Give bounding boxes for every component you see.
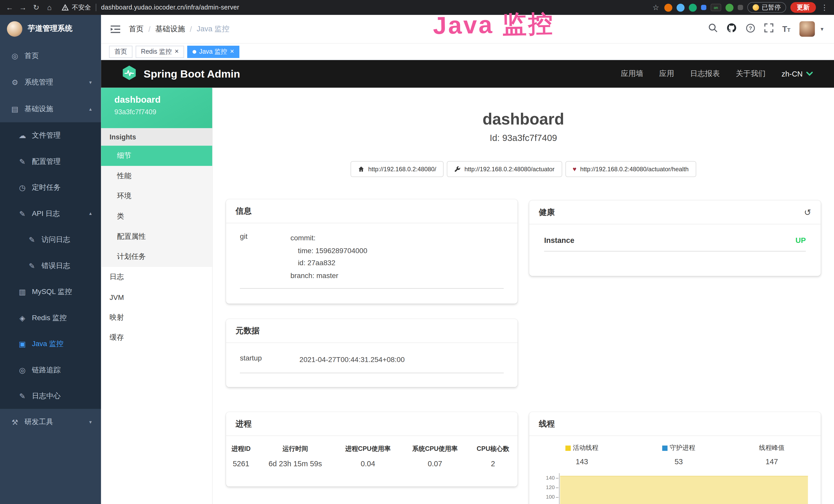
chevron-down-icon: ▼ bbox=[88, 420, 92, 425]
chevron-down-icon: ▼ bbox=[88, 80, 92, 85]
sidebar-item-label: 系统管理 bbox=[24, 77, 53, 87]
warning-icon bbox=[62, 4, 69, 11]
breadcrumb-infra[interactable]: 基础设施 bbox=[155, 24, 185, 33]
sba-content: dashboard Id: 93a3fc7f7409 http://192.16… bbox=[213, 88, 834, 504]
sidebar-item-files[interactable]: ☁ 文件管理 bbox=[0, 122, 101, 148]
history-icon[interactable]: ↺ bbox=[804, 207, 811, 217]
sidebar-item-error-log[interactable]: ✎ 错误日志 bbox=[0, 253, 101, 279]
chrome-menu-icon[interactable]: ⋮ bbox=[820, 3, 829, 12]
extension-icon-leaf[interactable] bbox=[726, 3, 733, 11]
divider bbox=[96, 4, 96, 11]
help-icon[interactable]: ? bbox=[746, 23, 755, 35]
sidebar-item-api-log[interactable]: ✎ API 日志 ▲ bbox=[0, 201, 101, 226]
app-logo[interactable]: 芋道管理系统 bbox=[0, 15, 101, 43]
sidebar-item-java-monitor[interactable]: ▣ Java 监控 bbox=[0, 331, 101, 357]
avatar-caret-icon[interactable]: ▼ bbox=[820, 26, 824, 32]
extension-icon-green-v[interactable] bbox=[689, 3, 697, 11]
sidebar-item-devtools[interactable]: ⚒ 研发工具 ▼ bbox=[0, 409, 101, 435]
legend-label: 活动线程 bbox=[573, 443, 598, 452]
sidebar-item-log-center[interactable]: ✎ 日志中心 bbox=[0, 383, 101, 409]
bookmark-star-icon[interactable]: ☆ bbox=[652, 3, 660, 12]
sba-nav-journal[interactable]: 日志报表 bbox=[690, 69, 720, 78]
health-instance-label: Instance bbox=[544, 236, 574, 245]
y-tick-140: 140 bbox=[538, 475, 555, 481]
close-icon[interactable]: ✕ bbox=[174, 49, 179, 54]
breadcrumb-home[interactable]: 首页 bbox=[129, 24, 144, 33]
sba-item-details[interactable]: 细节 bbox=[101, 145, 212, 166]
paused-badge[interactable]: 已暂停 bbox=[747, 2, 786, 13]
breadcrumb-current: Java 监控 bbox=[197, 24, 229, 33]
user-avatar[interactable] bbox=[799, 21, 815, 37]
sba-nav-applications[interactable]: 应用 bbox=[659, 69, 674, 78]
val-process-cpu: 0.04 bbox=[334, 456, 401, 472]
sidebar-item-label: API 日志 bbox=[32, 209, 60, 218]
sidebar-item-home[interactable]: ◎ 首页 bbox=[0, 43, 101, 69]
address-bar[interactable]: dashboard.yudao.iocoder.cn/infra/admin-s… bbox=[101, 4, 239, 11]
trace-icon: ◎ bbox=[18, 366, 26, 374]
sidebar-item-infra[interactable]: ▤ 基础设施 ▲ bbox=[0, 96, 101, 122]
sidebar-item-jobs[interactable]: ◷ 定时任务 bbox=[0, 174, 101, 200]
font-size-icon[interactable]: TT bbox=[782, 24, 791, 33]
security-chip[interactable]: 不安全 bbox=[62, 3, 91, 12]
sba-item-metrics[interactable]: 性能 bbox=[101, 166, 212, 186]
extension-icon-droplet[interactable] bbox=[677, 3, 684, 11]
forward-icon[interactable]: → bbox=[19, 3, 27, 12]
sba-item-mappings[interactable]: 映射 bbox=[101, 307, 212, 328]
legend-swatch-blue bbox=[662, 445, 667, 451]
extension-icon-grid[interactable] bbox=[701, 5, 706, 10]
sidebar-item-system[interactable]: ⚙ 系统管理 ▼ bbox=[0, 69, 101, 96]
sba-item-environment[interactable]: 环境 bbox=[101, 186, 212, 206]
sba-app-header[interactable]: dashboard 93a3fc7f7409 bbox=[101, 88, 212, 128]
legend-label: 线程峰值 bbox=[759, 443, 785, 452]
sidebar-item-access-log[interactable]: ✎ 访问日志 bbox=[0, 226, 101, 252]
tab-redis-monitor[interactable]: Redis 监控 ✕ bbox=[136, 45, 184, 58]
sidebar-item-redis[interactable]: ◈ Redis 监控 bbox=[0, 305, 101, 331]
extension-icon-orange[interactable] bbox=[664, 3, 672, 11]
metadata-value: 2021-04-27T00:44:31.254+08:00 bbox=[300, 353, 405, 366]
extension-icon-puzzle[interactable] bbox=[738, 5, 743, 10]
y-tick-100: 100 bbox=[538, 494, 555, 500]
sidebar-item-label: 链路追踪 bbox=[32, 365, 61, 374]
sidebar-item-label: Redis 监控 bbox=[32, 313, 67, 322]
sidebar-item-tracing[interactable]: ◎ 链路追踪 bbox=[0, 357, 101, 383]
legend-live-threads: 活动线程 143 bbox=[565, 443, 598, 466]
val-pid: 5261 bbox=[226, 456, 256, 472]
sba-nav-wallboard[interactable]: 应用墙 bbox=[621, 69, 643, 78]
card-title: 元数据 bbox=[236, 325, 259, 336]
security-label: 不安全 bbox=[72, 3, 91, 12]
reload-icon[interactable]: ↻ bbox=[32, 3, 40, 12]
sba-item-logs[interactable]: 日志 bbox=[101, 267, 212, 287]
metadata-card: 元数据 startup 2021-04-27T00:44:31.254+08:0… bbox=[226, 319, 518, 387]
service-url-button[interactable]: http://192.168.0.2:48080/ bbox=[351, 161, 444, 177]
sidebar-item-label: 配置管理 bbox=[32, 157, 61, 166]
close-icon[interactable]: ✕ bbox=[230, 49, 234, 54]
paused-label: 已暂停 bbox=[762, 3, 781, 12]
fullscreen-icon[interactable] bbox=[764, 23, 773, 35]
card-title: 线程 bbox=[539, 419, 555, 429]
health-url-button[interactable]: ♥ http://192.168.0.2:48080/actuator/heal… bbox=[565, 161, 696, 177]
sba-item-jvm[interactable]: JVM bbox=[101, 287, 212, 307]
actuator-url-button[interactable]: http://192.168.0.2:48080/actuator bbox=[447, 161, 562, 177]
sba-item-classes[interactable]: 类 bbox=[101, 206, 212, 226]
sidebar-item-config[interactable]: ✎ 配置管理 bbox=[0, 148, 101, 174]
update-button[interactable]: 更新 bbox=[790, 2, 816, 13]
locale-select[interactable]: zh-CN bbox=[782, 70, 813, 78]
home-icon[interactable]: ⌂ bbox=[45, 3, 54, 12]
tab-home[interactable]: 首页 bbox=[109, 45, 133, 58]
sba-item-scheduled-tasks[interactable]: 计划任务 bbox=[101, 247, 212, 267]
infra-submenu: ☁ 文件管理 ✎ 配置管理 ◷ 定时任务 ✎ API 日志 ▲ ✎ 访问日志 ✎ bbox=[0, 122, 101, 409]
sba-item-caches[interactable]: 缓存 bbox=[101, 328, 212, 348]
tags-view-bar: 首页 Redis 监控 ✕ Java 监控 ✕ bbox=[101, 44, 834, 60]
sba-nav-about[interactable]: 关于我们 bbox=[736, 69, 766, 78]
legend-value: 147 bbox=[759, 457, 785, 466]
extension-icon-on-badge[interactable]: on bbox=[711, 4, 721, 11]
tab-java-monitor[interactable]: Java 监控 ✕ bbox=[188, 45, 240, 58]
collapse-sidebar-icon[interactable] bbox=[111, 25, 120, 33]
back-icon[interactable]: ← bbox=[5, 3, 14, 12]
val-cpu-cores: 2 bbox=[468, 456, 518, 472]
sba-item-config-props[interactable]: 配置属性 bbox=[101, 226, 212, 247]
search-icon[interactable] bbox=[708, 23, 717, 35]
github-icon[interactable] bbox=[726, 23, 737, 35]
legend-daemon-threads: 守护进程 53 bbox=[662, 443, 695, 466]
sidebar-item-mysql[interactable]: ▥ MySQL 监控 bbox=[0, 279, 101, 304]
